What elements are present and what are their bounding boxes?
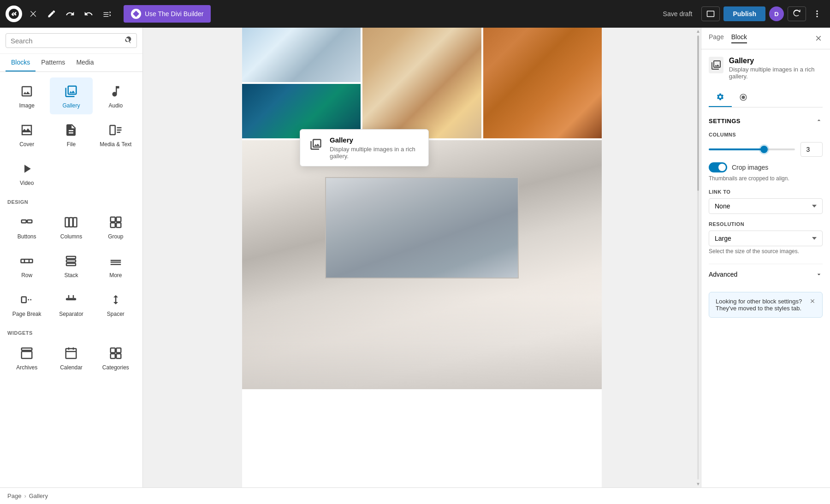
sidebar-settings-button[interactable] bbox=[788, 6, 806, 21]
settings-tab-styles[interactable] bbox=[732, 89, 755, 107]
widgets-section-label: WIDGETS bbox=[6, 330, 137, 336]
list-view-button[interactable] bbox=[100, 6, 114, 21]
more-options-button[interactable] bbox=[810, 6, 824, 21]
page-break-block-label: Page Break bbox=[12, 311, 42, 317]
block-item-stack[interactable]: Stack bbox=[50, 247, 92, 284]
settings-section: Settings COLUMNS bbox=[709, 117, 823, 255]
notification-close-button[interactable] bbox=[809, 298, 816, 306]
crop-toggle[interactable] bbox=[709, 162, 727, 172]
search-input-wrap[interactable] bbox=[6, 33, 137, 48]
buttons-block-label: Buttons bbox=[18, 233, 36, 240]
close-editor-button[interactable] bbox=[26, 6, 41, 21]
media-text-block-label: Media & Text bbox=[100, 141, 131, 148]
canvas-scrollbar[interactable]: ▲ ▼ bbox=[695, 28, 701, 487]
svg-rect-22 bbox=[111, 260, 121, 261]
gallery-image-room bbox=[242, 140, 602, 389]
right-tab-block[interactable]: Block bbox=[731, 33, 747, 43]
svg-rect-10 bbox=[70, 218, 73, 227]
right-sidebar-close-button[interactable] bbox=[814, 34, 823, 42]
settings-section-title: Settings bbox=[709, 117, 823, 125]
block-info-text: Gallery Display multiple images in a ric… bbox=[729, 57, 823, 80]
edit-icon-button[interactable] bbox=[44, 6, 59, 21]
save-draft-button[interactable]: Save draft bbox=[658, 6, 698, 21]
block-item-more[interactable]: More bbox=[95, 247, 137, 284]
block-item-media-text[interactable]: Media & Text bbox=[95, 116, 137, 153]
svg-rect-31 bbox=[22, 351, 32, 358]
block-item-row[interactable]: Row bbox=[6, 247, 48, 284]
svg-rect-19 bbox=[66, 256, 76, 259]
gallery-block-icon bbox=[63, 83, 79, 100]
right-sidebar: Page Block Gallery Display multiple imag… bbox=[701, 28, 830, 487]
wp-logo[interactable] bbox=[6, 6, 22, 22]
categories-block-label: Categories bbox=[102, 364, 129, 371]
block-item-video[interactable]: Video bbox=[6, 155, 48, 192]
row-block-label: Row bbox=[21, 272, 32, 279]
advanced-header[interactable]: Advanced bbox=[709, 264, 823, 285]
design-section-label: DESIGN bbox=[6, 199, 137, 205]
svg-rect-36 bbox=[111, 348, 115, 353]
right-sidebar-header: Page Block bbox=[701, 28, 830, 49]
gallery-block-label: Gallery bbox=[62, 102, 80, 109]
file-block-icon bbox=[63, 122, 79, 138]
resolution-select[interactable]: Thumbnail Medium Large Full Size bbox=[709, 231, 823, 246]
calendar-block-label: Calendar bbox=[60, 364, 83, 371]
gallery-image-dining bbox=[362, 28, 481, 138]
divi-builder-button[interactable]: Use The Divi Builder bbox=[124, 5, 211, 23]
block-item-file[interactable]: File bbox=[50, 116, 92, 153]
settings-collapse-button[interactable] bbox=[815, 117, 823, 125]
preview-button[interactable] bbox=[701, 6, 720, 21]
settings-tab-gear[interactable] bbox=[709, 89, 732, 107]
svg-rect-7 bbox=[22, 220, 26, 223]
columns-slider[interactable] bbox=[709, 148, 795, 150]
breadcrumb-gallery[interactable]: Gallery bbox=[29, 492, 48, 499]
columns-input[interactable] bbox=[800, 142, 823, 157]
search-input[interactable] bbox=[11, 37, 120, 45]
gallery-tooltip-text: Gallery Display multiple images in a ric… bbox=[330, 136, 421, 160]
block-item-group[interactable]: Group bbox=[95, 208, 137, 245]
undo-button[interactable] bbox=[63, 6, 77, 21]
audio-block-icon bbox=[107, 83, 124, 100]
gallery-image-ice bbox=[242, 28, 361, 82]
block-item-separator[interactable]: Separator bbox=[50, 286, 92, 323]
right-tab-page[interactable]: Page bbox=[709, 33, 724, 43]
block-item-archives[interactable]: Archives bbox=[6, 339, 48, 376]
columns-block-label: Columns bbox=[60, 233, 82, 240]
columns-label: COLUMNS bbox=[709, 132, 823, 137]
block-item-cover[interactable]: Cover bbox=[6, 116, 48, 153]
notification-text: Looking for other block settings? They'v… bbox=[716, 298, 805, 312]
block-item-gallery[interactable]: Gallery bbox=[50, 77, 92, 114]
categories-block-icon bbox=[107, 345, 124, 362]
cover-block-icon bbox=[18, 122, 35, 138]
svg-rect-20 bbox=[66, 260, 76, 262]
archives-block-icon bbox=[18, 345, 35, 362]
link-to-select[interactable]: None Attachment Page Media File bbox=[709, 198, 823, 214]
block-item-calendar[interactable]: Calendar bbox=[50, 339, 92, 376]
more-block-icon bbox=[107, 253, 124, 269]
tab-media[interactable]: Media bbox=[71, 54, 99, 71]
tab-patterns[interactable]: Patterns bbox=[36, 54, 71, 71]
user-avatar[interactable]: D bbox=[769, 6, 784, 21]
tab-blocks[interactable]: Blocks bbox=[6, 54, 36, 71]
topbar: Use The Divi Builder Save draft Publish … bbox=[0, 0, 830, 28]
block-item-categories[interactable]: Categories bbox=[95, 339, 137, 376]
cover-block-label: Cover bbox=[19, 141, 34, 148]
svg-point-1 bbox=[816, 13, 818, 14]
block-item-image[interactable]: Image bbox=[6, 77, 48, 114]
widgets-blocks-grid: Archives Calendar Categories bbox=[6, 339, 137, 376]
block-item-columns[interactable]: Columns bbox=[50, 208, 92, 245]
redo-button[interactable] bbox=[81, 6, 96, 21]
advanced-section: Advanced bbox=[709, 264, 823, 285]
top-gallery-grid bbox=[242, 28, 602, 138]
block-item-spacer[interactable]: Spacer bbox=[95, 286, 137, 323]
block-item-page-break[interactable]: Page Break bbox=[6, 286, 48, 323]
archives-block-label: Archives bbox=[16, 364, 37, 371]
columns-block-icon bbox=[63, 214, 79, 231]
svg-rect-30 bbox=[22, 348, 32, 350]
block-item-buttons[interactable]: Buttons bbox=[6, 208, 48, 245]
breadcrumb-page[interactable]: Page bbox=[7, 492, 21, 499]
design-blocks-grid: Buttons Columns Group bbox=[6, 208, 137, 323]
svg-rect-16 bbox=[21, 259, 33, 263]
block-item-audio[interactable]: Audio bbox=[95, 77, 137, 114]
publish-button[interactable]: Publish bbox=[723, 6, 765, 21]
search-box bbox=[0, 28, 142, 54]
